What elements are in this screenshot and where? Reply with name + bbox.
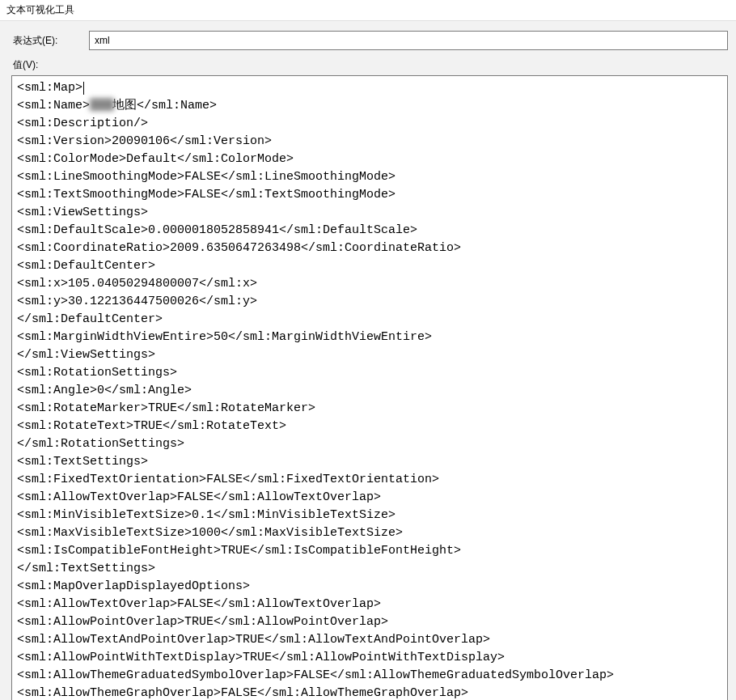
- xml-line: <sml:LineSmoothingMode>FALSE</sml:LineSm…: [17, 168, 722, 186]
- xml-line: <sml:CoordinateRatio>2009.6350647263498<…: [17, 240, 722, 257]
- xml-line: <sml:Version>20090106</sml:Version>: [17, 133, 722, 151]
- xml-line: <sml:AllowPointOverlap>TRUE</sml:AllowPo…: [17, 613, 722, 631]
- value-row: 值(V):: [8, 58, 728, 72]
- xml-line: <sml:AllowTextOverlap>FALSE</sml:AllowTe…: [17, 596, 722, 613]
- xml-line: <sml:Map>: [17, 79, 722, 97]
- xml-line: </sml:RotationSettings>: [17, 435, 722, 453]
- expression-label: 表达式(E):: [8, 34, 89, 48]
- xml-line: <sml:AllowTextAndPointOverlap>TRUE</sml:…: [17, 631, 722, 649]
- xml-line: <sml:ColorMode>Default</sml:ColorMode>: [17, 151, 722, 168]
- redacted-text: ████: [90, 99, 112, 112]
- xml-content: <sml:Map><sml:Name>████地图</sml:Name><sml…: [17, 79, 722, 700]
- text-cursor: [83, 82, 84, 95]
- xml-line: <sml:y>30.122136447500026</sml:y>: [17, 293, 722, 311]
- xml-line: <sml:AllowThemeGraduatedSymbolOverlap>FA…: [17, 667, 722, 685]
- xml-line: <sml:TextSmoothingMode>FALSE</sml:TextSm…: [17, 186, 722, 204]
- xml-line: </sml:DefaultCenter>: [17, 311, 722, 329]
- xml-line: </sml:ViewSettings>: [17, 346, 722, 364]
- xml-line: <sml:x>105.04050294800007</sml:x>: [17, 275, 722, 293]
- xml-line: <sml:Angle>0</sml:Angle>: [17, 382, 722, 400]
- xml-line: <sml:AllowPointWithTextDisplay>TRUE</sml…: [17, 649, 722, 667]
- expression-input[interactable]: [89, 31, 728, 50]
- xml-line: <sml:AllowTextOverlap>FALSE</sml:AllowTe…: [17, 489, 722, 507]
- xml-line: <sml:DefaultCenter>: [17, 257, 722, 275]
- xml-line: <sml:FixedTextOrientation>FALSE</sml:Fix…: [17, 471, 722, 489]
- xml-line: <sml:AllowThemeGraphOverlap>FALSE</sml:A…: [17, 685, 722, 700]
- xml-line: <sml:Description/>: [17, 115, 722, 133]
- xml-line: <sml:ViewSettings>: [17, 204, 722, 222]
- xml-line: <sml:MapOverlapDisplayedOptions>: [17, 578, 722, 596]
- xml-line: <sml:RotationSettings>: [17, 364, 722, 382]
- xml-line: <sml:MinVisibleTextSize>0.1</sml:MinVisi…: [17, 507, 722, 524]
- expression-row: 表达式(E):: [8, 31, 728, 50]
- xml-line: </sml:TextSettings>: [17, 560, 722, 578]
- form-container: 表达式(E): 值(V):: [0, 21, 736, 72]
- value-textarea[interactable]: <sml:Map><sml:Name>████地图</sml:Name><sml…: [11, 75, 728, 700]
- xml-line: <sml:IsCompatibleFontHeight>TRUE</sml:Is…: [17, 542, 722, 560]
- window-title: 文本可视化工具: [0, 0, 736, 21]
- xml-line: <sml:MaxVisibleTextSize>1000</sml:MaxVis…: [17, 524, 722, 542]
- xml-line: <sml:RotateMarker>TRUE</sml:RotateMarker…: [17, 400, 722, 418]
- xml-line: <sml:RotateText>TRUE</sml:RotateText>: [17, 418, 722, 435]
- value-label: 值(V):: [8, 58, 89, 72]
- xml-line: <sml:MarginWidthViewEntire>50</sml:Margi…: [17, 329, 722, 346]
- xml-line: <sml:TextSettings>: [17, 453, 722, 471]
- xml-line: <sml:Name>████地图</sml:Name>: [17, 97, 722, 115]
- xml-line: <sml:DefaultScale>0.0000018052858941</sm…: [17, 222, 722, 240]
